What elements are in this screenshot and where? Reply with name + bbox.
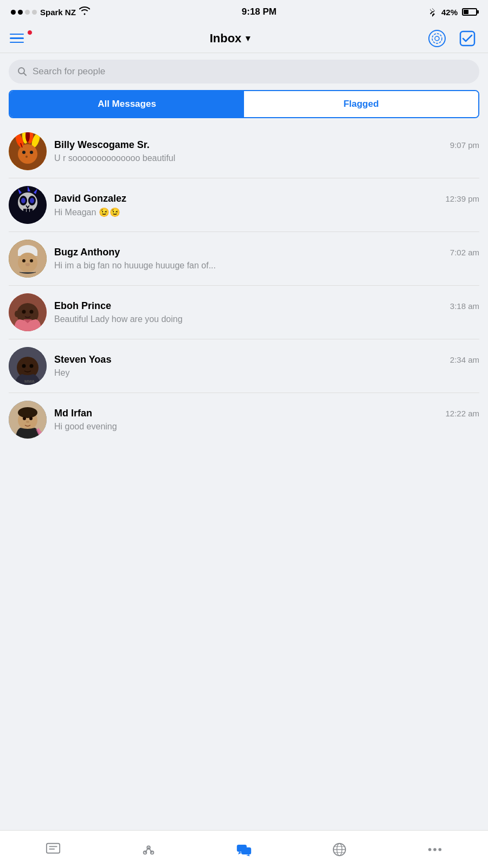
nav-right (426, 28, 478, 49)
chevron-down-icon: ▾ (246, 33, 250, 43)
message-preview-2: Hi Meagan 😉😉 (54, 207, 479, 217)
discover-tab-icon (332, 842, 347, 857)
camera-filter-icon (428, 29, 446, 48)
svg-point-16 (25, 156, 28, 158)
message-header-2: David Gonzalez 12:39 pm (54, 193, 479, 204)
svg-point-25 (30, 198, 34, 203)
svg-point-37 (15, 311, 19, 317)
svg-point-67 (439, 848, 442, 851)
svg-text:MMA: MMA (24, 379, 35, 384)
message-time-1: 9:07 pm (450, 140, 479, 150)
svg-point-47 (23, 417, 26, 420)
nav-title-area[interactable]: Inbox ▾ (210, 31, 251, 46)
message-item-6[interactable]: Md Irfan 12:22 am Hi good evening (0, 393, 488, 446)
svg-point-66 (433, 848, 436, 851)
svg-point-41 (30, 364, 34, 368)
tab-chats[interactable] (37, 838, 69, 861)
edit-button[interactable] (457, 28, 478, 49)
message-preview-6: Hi good evening (54, 422, 479, 432)
signal-dot-3 (25, 10, 30, 15)
avatar-steven: MMA (9, 347, 47, 385)
message-header-5: Steven Yoas 2:34 am (54, 354, 479, 365)
nav-bar: Inbox ▾ (0, 24, 488, 53)
avatar-david (9, 186, 47, 224)
message-time-6: 12:22 am (445, 409, 479, 418)
svg-point-49 (26, 421, 29, 423)
search-bar[interactable]: Search for people (9, 60, 479, 83)
avatar-img-steven: MMA (9, 347, 47, 385)
svg-point-13 (22, 151, 25, 154)
svg-point-0 (429, 30, 445, 47)
tab-flagged[interactable]: Flagged (244, 91, 478, 117)
svg-line-5 (24, 73, 27, 76)
svg-point-65 (428, 848, 432, 851)
message-item-2[interactable]: David Gonzalez 12:39 pm Hi Meagan 😉😉 (0, 178, 488, 232)
avatar-eboh (9, 293, 47, 331)
svg-point-36 (30, 310, 34, 314)
message-content-5: Steven Yoas 2:34 am Hey (54, 354, 479, 378)
wifi-icon (79, 7, 90, 17)
message-item-3[interactable]: Bugz Anthony 7:02 am Hi im a big fan no … (0, 232, 488, 285)
svg-rect-23 (30, 209, 33, 212)
battery-percent: 42% (441, 8, 458, 17)
message-time-5: 2:34 am (450, 355, 479, 364)
svg-point-14 (30, 151, 33, 154)
tab-all-messages[interactable]: All Messages (10, 91, 244, 117)
message-header-3: Bugz Anthony 7:02 am (54, 247, 479, 258)
svg-rect-59 (241, 847, 251, 854)
svg-point-32 (25, 263, 30, 266)
sender-name-1: Billy Wescogame Sr. (54, 139, 150, 151)
tab-messages[interactable] (228, 838, 260, 861)
inbox-title: Inbox (210, 31, 242, 46)
menu-button[interactable] (10, 27, 34, 50)
status-right: 42% (428, 7, 477, 17)
sender-name-2: David Gonzalez (54, 193, 126, 204)
message-time-3: 7:02 am (450, 248, 479, 257)
carrier-name: Spark NZ (40, 8, 76, 17)
message-preview-5: Hey (54, 368, 479, 378)
tab-people[interactable] (132, 838, 165, 861)
svg-rect-50 (47, 843, 60, 853)
message-item-4[interactable]: Eboh Prince 3:18 am Beautiful Lady how a… (0, 286, 488, 339)
message-content-6: Md Irfan 12:22 am Hi good evening (54, 408, 479, 432)
message-time-4: 3:18 am (450, 301, 479, 311)
sender-name-6: Md Irfan (54, 408, 92, 419)
tab-discover[interactable] (323, 838, 356, 861)
avatar-img-eboh (9, 293, 47, 331)
svg-point-31 (30, 259, 33, 262)
svg-point-35 (22, 310, 26, 314)
message-item-1[interactable]: Billy Wescogame Sr. 9:07 pm U r sooooooo… (0, 125, 488, 178)
hamburger-line-2 (10, 37, 24, 39)
hamburger-line-1 (10, 34, 24, 35)
message-preview-3: Hi im a big fan no huuuge huuuge fan of.… (54, 261, 479, 271)
more-tab-icon (427, 842, 442, 857)
avatar-billy (9, 132, 47, 170)
avatar-irfan (9, 401, 47, 439)
battery-indicator (462, 8, 477, 16)
message-content-3: Bugz Anthony 7:02 am Hi im a big fan no … (54, 247, 479, 271)
messages-tab-icon (236, 842, 252, 857)
filter-icon-button[interactable] (426, 28, 448, 49)
tab-more[interactable] (419, 838, 451, 861)
svg-point-12 (18, 144, 37, 164)
avatar-img-billy (9, 132, 47, 170)
message-preview-4: Beautiful Lady how are you doing (54, 314, 479, 324)
bottom-tab-bar (0, 830, 488, 868)
message-time-2: 12:39 pm (445, 194, 479, 203)
sender-name-5: Steven Yoas (54, 354, 111, 365)
message-header-1: Billy Wescogame Sr. 9:07 pm (54, 139, 479, 151)
svg-point-48 (29, 417, 33, 420)
message-item-5[interactable]: MMA Steven Yoas 2:34 am Hey (0, 339, 488, 393)
battery-box (462, 8, 477, 16)
search-icon (17, 67, 27, 76)
status-time: 9:18 PM (242, 7, 277, 17)
status-bar: Spark NZ 9:18 PM 42% (0, 0, 488, 24)
nav-left (10, 27, 34, 50)
search-container: Search for people (0, 53, 488, 90)
avatar-img-irfan (9, 401, 47, 439)
message-preview-1: U r soooooooooooooo beautiful (54, 153, 479, 163)
search-placeholder: Search for people (33, 66, 105, 77)
sender-name-3: Bugz Anthony (54, 247, 120, 258)
avatar-img-david (9, 186, 47, 224)
svg-rect-22 (27, 209, 29, 212)
